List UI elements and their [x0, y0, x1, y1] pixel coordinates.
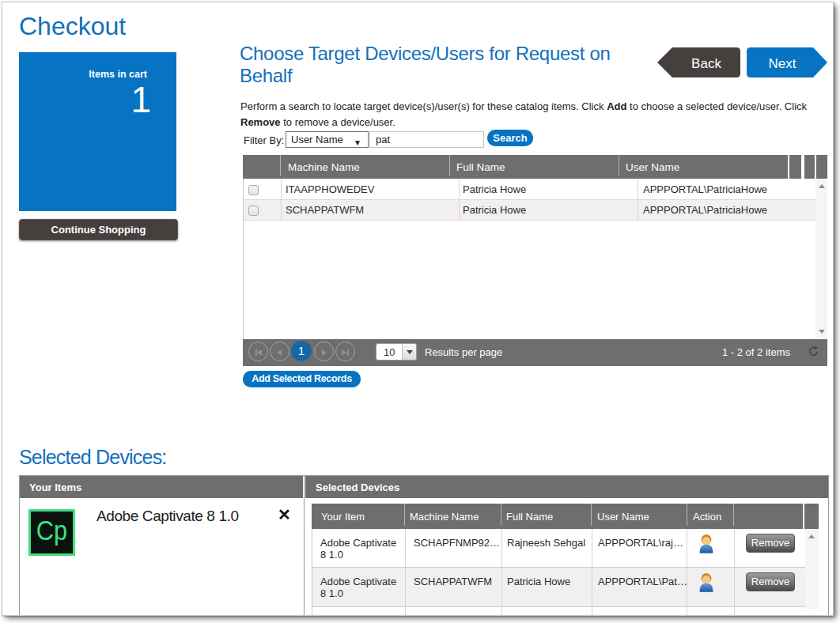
svg-text:Next: Next: [769, 56, 796, 71]
svg-text:Back: Back: [691, 56, 721, 71]
